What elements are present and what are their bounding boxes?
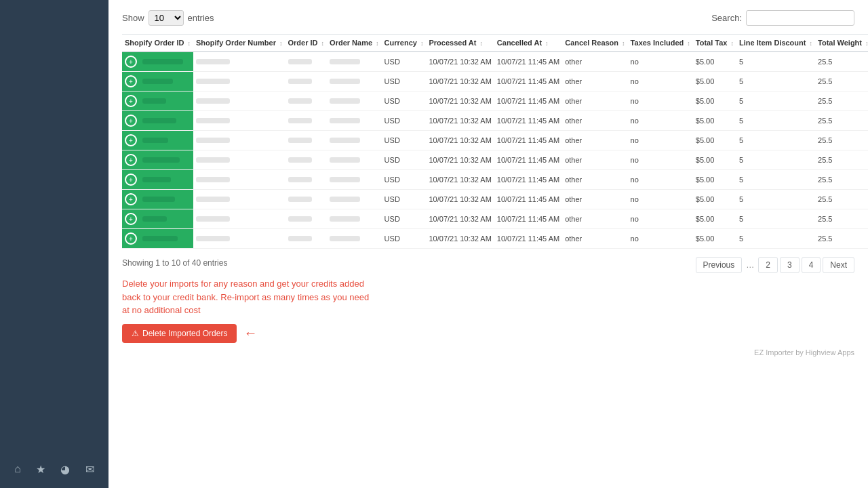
cell-order-id — [285, 131, 328, 150]
cell-processed-at: 10/07/21 10:32 AM — [426, 190, 494, 209]
row-expand-icon[interactable]: + — [125, 232, 137, 245]
row-expand-icon[interactable]: + — [125, 115, 137, 127]
row-expand-icon[interactable]: + — [125, 154, 137, 166]
cell-cancel-reason: other — [562, 229, 627, 249]
row-expand-icon[interactable]: + — [125, 75, 137, 87]
cell-shopify-order-number — [193, 111, 285, 131]
cell-cancel-reason: other — [562, 111, 627, 131]
cell-cancel-reason: other — [562, 190, 627, 209]
row-expand-icon[interactable]: + — [125, 174, 137, 186]
cell-currency: USD — [382, 209, 427, 229]
row-expand-icon[interactable]: + — [125, 95, 137, 107]
col-header-total-tax[interactable]: Total Tax ↕ — [693, 35, 736, 52]
col-header-line-item-discount[interactable]: Line Item Discount ↕ — [736, 35, 815, 52]
row-expand-icon[interactable]: + — [125, 193, 137, 205]
cell-shopify-order-id: + — [122, 72, 193, 92]
cell-order-name — [327, 229, 382, 249]
col-header-cancel-reason[interactable]: Cancel Reason ↕ — [562, 35, 627, 52]
page-4-button[interactable]: 4 — [802, 257, 821, 273]
cell-total-weight: 25.5 — [815, 92, 868, 111]
search-bar: Search: — [711, 10, 854, 26]
cell-currency: USD — [382, 170, 427, 190]
cell-line-item-discount: 5 — [736, 111, 815, 131]
table-header-row: Shopify Order ID ↕ Shopify Order Number … — [122, 35, 868, 52]
cell-order-name — [327, 170, 382, 190]
table-row: +USD10/07/21 10:32 AM10/07/21 11:45 AMot… — [122, 111, 868, 131]
cell-line-item-discount: 5 — [736, 131, 815, 150]
cell-cancelled-at: 10/07/21 11:45 AM — [494, 72, 562, 92]
col-header-cancelled-at[interactable]: Cancelled At ↕ — [494, 35, 562, 52]
cell-line-item-discount: 5 — [736, 229, 815, 249]
cell-order-name — [327, 150, 382, 170]
cell-shopify-order-number — [193, 209, 285, 229]
col-header-shopify-order-id[interactable]: Shopify Order ID ↕ — [122, 35, 193, 52]
cell-processed-at: 10/07/21 10:32 AM — [426, 111, 494, 131]
cell-total-weight: 25.5 — [815, 131, 868, 150]
sort-icon: ↕ — [321, 40, 325, 47]
cell-currency: USD — [382, 150, 427, 170]
mail-icon[interactable]: ✉ — [85, 463, 94, 476]
cell-line-item-discount: 5 — [736, 92, 815, 111]
cell-total-tax: $5.00 — [693, 52, 736, 72]
showing-text: Showing 1 to 10 of 40 entries — [122, 258, 369, 268]
cell-shopify-order-number — [193, 92, 285, 111]
page-2-button[interactable]: 2 — [758, 257, 778, 273]
home-icon[interactable]: ⌂ — [14, 463, 21, 476]
cell-order-id — [285, 52, 328, 72]
col-header-total-weight[interactable]: Total Weight ↕ — [815, 35, 868, 52]
col-header-order-id[interactable]: Order ID ↕ — [285, 35, 328, 52]
cell-cancel-reason: other — [562, 131, 627, 150]
table-row: +USD10/07/21 10:32 AM10/07/21 11:45 AMot… — [122, 229, 868, 249]
cell-shopify-order-number — [193, 131, 285, 150]
col-header-processed-at[interactable]: Processed At ↕ — [426, 35, 494, 52]
col-header-order-name[interactable]: Order Name ↕ — [327, 35, 382, 52]
cell-taxes-included: no — [628, 52, 693, 72]
cell-processed-at: 10/07/21 10:32 AM — [426, 72, 494, 92]
row-expand-icon[interactable]: + — [125, 213, 137, 225]
row-expand-icon[interactable]: + — [125, 56, 137, 68]
cell-shopify-order-number — [193, 72, 285, 92]
arrow-left-icon: ← — [243, 325, 257, 341]
page-3-button[interactable]: 3 — [780, 257, 800, 273]
cell-currency: USD — [382, 92, 427, 111]
col-header-currency[interactable]: Currency ↕ — [382, 35, 427, 52]
cell-cancelled-at: 10/07/21 11:45 AM — [494, 209, 562, 229]
cell-total-tax: $5.00 — [693, 111, 736, 131]
entries-label: entries — [188, 13, 214, 23]
col-header-shopify-order-number[interactable]: Shopify Order Number ↕ — [193, 35, 285, 52]
warning-icon: ⚠ — [132, 329, 139, 338]
sort-icon: ↕ — [865, 40, 868, 47]
cell-total-weight: 25.5 — [815, 190, 868, 209]
table-row: +USD10/07/21 10:32 AM10/07/21 11:45 AMot… — [122, 72, 868, 92]
col-header-taxes-included[interactable]: Taxes Included ↕ — [628, 35, 693, 52]
cell-processed-at: 10/07/21 10:32 AM — [426, 150, 494, 170]
cell-order-name — [327, 111, 382, 131]
top-bar: Show 10 25 50 100 entries Search: — [122, 10, 854, 26]
cell-processed-at: 10/07/21 10:32 AM — [426, 170, 494, 190]
cell-cancelled-at: 10/07/21 11:45 AM — [494, 52, 562, 72]
previous-page-button[interactable]: Previous — [696, 257, 743, 273]
rss-icon[interactable]: ◕ — [60, 463, 70, 476]
main-content: Show 10 25 50 100 entries Search: Shopif… — [108, 0, 868, 488]
cell-processed-at: 10/07/21 10:32 AM — [426, 229, 494, 249]
cell-line-item-discount: 5 — [736, 170, 815, 190]
row-expand-icon[interactable]: + — [125, 134, 137, 146]
next-page-button[interactable]: Next — [823, 257, 854, 273]
delete-imported-orders-button[interactable]: ⚠ Delete Imported Orders — [122, 324, 237, 343]
search-input[interactable] — [746, 10, 854, 26]
star-icon[interactable]: ★ — [36, 463, 45, 476]
delete-btn-label: Delete Imported Orders — [142, 329, 227, 338]
show-entries-control: Show 10 25 50 100 entries — [122, 10, 214, 26]
cell-total-tax: $5.00 — [693, 229, 736, 249]
cell-processed-at: 10/07/21 10:32 AM — [426, 209, 494, 229]
cell-cancelled-at: 10/07/21 11:45 AM — [494, 150, 562, 170]
cell-order-id — [285, 209, 328, 229]
table-row: +USD10/07/21 10:32 AM10/07/21 11:45 AMot… — [122, 170, 868, 190]
cell-order-id — [285, 170, 328, 190]
annotation-line2: back to your credit bank. Re-import as m… — [122, 291, 369, 304]
entries-select[interactable]: 10 25 50 100 — [149, 10, 184, 26]
cell-line-item-discount: 5 — [736, 209, 815, 229]
sidebar-nav: ⌂ ★ ◕ ✉ — [0, 458, 108, 481]
cell-shopify-order-number — [193, 150, 285, 170]
table-row: +USD10/07/21 10:32 AM10/07/21 11:45 AMot… — [122, 52, 868, 72]
